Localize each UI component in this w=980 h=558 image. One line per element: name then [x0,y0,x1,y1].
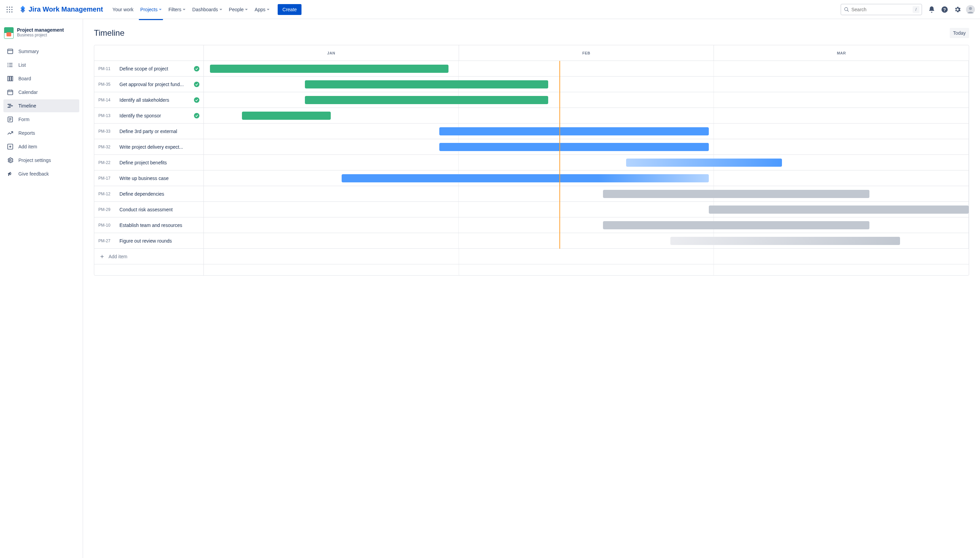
gantt-bar[interactable] [305,80,548,89]
timeline-container: JANFEBMAR PM-11Define scope of projectPM… [94,45,969,276]
timeline-row: PM-22Define project benefits [94,155,969,171]
task-cell[interactable]: PM-35Get approval for project fund... [94,77,204,92]
gantt-bar[interactable] [439,143,708,151]
sidebar-item-label: Summary [18,49,39,54]
nav-item-people[interactable]: People [226,5,251,14]
sidebar-item-form[interactable]: Form [3,113,79,126]
sidebar-item-list[interactable]: List [3,59,79,71]
task-cell[interactable]: PM-29Conduct risk assessment [94,202,204,217]
today-button[interactable]: Today [950,28,969,38]
product-logo[interactable]: Jira Work Management [16,5,106,13]
project-icon [4,27,14,39]
sidebar-item-label: Board [18,76,31,81]
summary-icon [7,48,14,55]
sidebar-nav: SummaryListBoardCalendarTimelineFormRepo… [3,45,79,181]
svg-rect-26 [8,90,13,95]
task-cell[interactable]: PM-17Write up business case [94,171,204,186]
task-cell[interactable]: PM-11Define scope of project [94,61,204,76]
timeline-row: PM-13Identify the sponsor [94,108,969,123]
sidebar-item-label: Timeline [18,103,36,108]
search-input[interactable] [851,7,913,12]
nav-item-apps[interactable]: Apps [252,5,272,14]
project-header[interactable]: Project management Business project [3,26,79,45]
task-name: Establish team and resources [120,223,199,228]
search-icon [844,7,849,12]
help-icon[interactable]: ? [939,4,950,15]
task-cell[interactable]: PM-33Define 3rd party or external [94,123,204,139]
settings-icon[interactable] [952,4,963,15]
svg-point-14 [969,7,972,10]
app-switcher-icon[interactable] [4,4,15,15]
gantt-bar[interactable] [242,112,331,120]
chevron-down-icon [159,9,162,10]
sidebar-item-timeline[interactable]: Timeline [3,99,79,112]
nav-item-filters[interactable]: Filters [166,5,188,14]
task-id: PM-10 [98,223,115,228]
gantt-bar[interactable] [603,221,869,229]
gantt-cell [204,139,969,154]
timeline-row: PM-14Identify all stakeholders [94,92,969,108]
task-cell[interactable]: PM-13Identify the sponsor [94,108,204,123]
sidebar: Project management Business project Summ… [0,19,83,558]
task-name: Identify all stakeholders [120,97,189,103]
list-icon [7,62,14,68]
task-cell[interactable]: PM-22Define project benefits [94,155,204,170]
svg-text:?: ? [943,7,946,12]
gantt-cell [204,202,969,217]
nav-item-projects[interactable]: Projects [138,5,164,14]
profile-avatar[interactable] [965,4,976,15]
status-done-icon [194,97,199,103]
timeline-row: PM-35Get approval for project fund... [94,77,969,92]
nav-item-dashboards[interactable]: Dashboards [190,5,225,14]
svg-point-6 [7,11,8,12]
svg-rect-25 [11,76,13,80]
add-item-button[interactable]: Add item [94,249,204,264]
board-icon [7,75,14,82]
form-icon [7,116,14,123]
sidebar-item-label: List [18,62,26,68]
notifications-icon[interactable] [926,4,937,15]
gantt-bar[interactable] [626,159,782,167]
timeline-row: PM-10Establish team and resources [94,217,969,233]
sidebar-item-calendar[interactable]: Calendar [3,86,79,98]
gantt-bar[interactable] [210,65,448,73]
gantt-bar[interactable] [603,190,869,198]
sidebar-item-label: Reports [18,130,35,136]
create-button[interactable]: Create [277,4,302,15]
sidebar-item-reports[interactable]: Reports [3,126,79,140]
task-cell[interactable]: PM-32Write project delivery expect... [94,139,204,154]
task-cell[interactable]: PM-14Identify all stakeholders [94,92,204,108]
main-content: Timeline Today JANFEBMAR PM-11Define sco… [83,19,980,558]
sidebar-item-add-item[interactable]: Add item [3,140,79,153]
gantt-bar[interactable] [670,237,900,245]
gantt-bar[interactable] [439,127,708,135]
timeline-row: PM-11Define scope of project [94,61,969,77]
gantt-cell [204,92,969,108]
svg-point-0 [7,7,8,8]
svg-line-10 [847,10,849,11]
reports-icon [7,130,14,136]
task-cell[interactable]: PM-12Define dependencies [94,186,204,202]
settings-icon [7,157,14,164]
sidebar-item-summary[interactable]: Summary [3,45,79,58]
gantt-cell [204,171,969,186]
gantt-bar[interactable] [341,174,709,182]
sidebar-item-give-feedback[interactable]: Give feedback [3,167,79,181]
sidebar-item-project-settings[interactable]: Project settings [3,154,79,167]
primary-nav: Your workProjectsFiltersDashboardsPeople… [110,5,272,14]
sidebar-item-board[interactable]: Board [3,72,79,85]
project-name: Project management [17,27,64,33]
gantt-bar[interactable] [709,205,969,214]
task-cell[interactable]: PM-27Figure out review rounds [94,233,204,248]
task-column-header [94,45,204,61]
status-done-icon [194,82,199,87]
gantt-bar[interactable] [305,96,548,104]
page-title: Timeline [94,28,125,38]
task-cell[interactable]: PM-10Establish team and resources [94,217,204,233]
nav-item-label: People [229,7,244,12]
task-id: PM-12 [98,192,115,196]
chevron-down-icon [183,9,185,10]
search-input-wrapper[interactable]: / [840,4,922,15]
task-id: PM-32 [98,144,115,149]
nav-item-your-work[interactable]: Your work [110,5,136,14]
